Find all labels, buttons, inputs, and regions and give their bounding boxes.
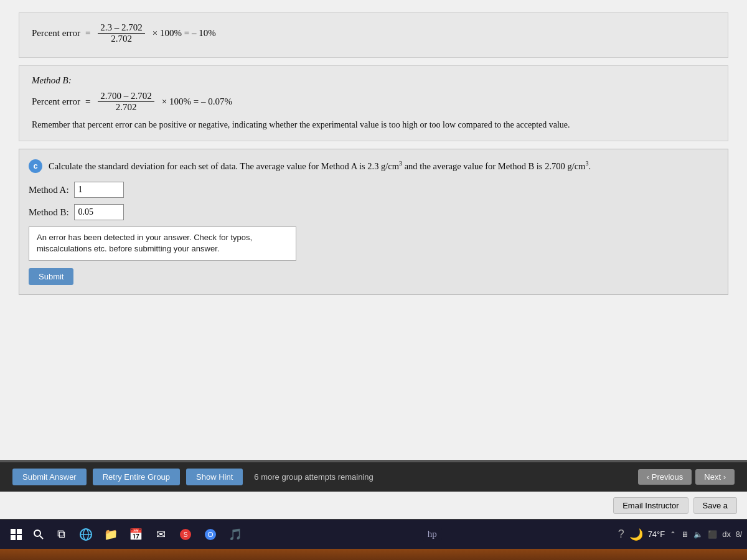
next-button[interactable]: Next › — [695, 469, 735, 485]
part-c-question: Calculate the standard deviation for eac… — [49, 159, 591, 174]
chrome-icon[interactable] — [199, 523, 222, 546]
method-b-label: Method B: — [32, 75, 715, 86]
save-button[interactable]: Save a — [693, 497, 737, 514]
part-c-header: c Calculate the standard deviation for e… — [29, 159, 715, 174]
taskbar-mute-icon[interactable]: dx — [722, 530, 731, 539]
email-instructor-button[interactable]: Email Instructor — [613, 497, 688, 514]
previous-button[interactable]: ‹ Previous — [638, 469, 692, 485]
method-a-result: × 100% = – 10% — [153, 28, 216, 39]
submit-answer-button[interactable]: Submit Answer — [12, 469, 87, 485]
method-a-section: Percent error = 2.3 – 2.702 2.702 × 100%… — [19, 12, 728, 58]
taskbar-network-icon[interactable]: 🖥 — [681, 530, 688, 539]
method-b-numerator: 2.700 – 2.702 — [98, 91, 154, 102]
taskbar-weather-icon: 🌙 — [629, 528, 643, 541]
method-a-input-label: Method A: — [29, 185, 69, 195]
taskbar-right: ? 🌙 74°F ⌃ 🖥 🔈 ⬛ dx 8/ — [618, 528, 742, 541]
taskbar-search-icon[interactable] — [30, 523, 47, 546]
file-explorer-icon[interactable]: 📁 — [100, 523, 122, 546]
percent-error-label-a: Percent error — [32, 28, 80, 39]
submit-button[interactable]: Submit — [29, 268, 73, 285]
svg-rect-3 — [17, 535, 22, 540]
method-b-input[interactable] — [74, 204, 124, 220]
task-view-icon[interactable]: ⧉ — [50, 523, 72, 546]
browser-icon[interactable] — [75, 523, 97, 546]
taskbar-question-icon[interactable]: ? — [618, 528, 624, 541]
taskbar-app2-icon[interactable]: 🎵 — [224, 523, 247, 546]
svg-rect-0 — [11, 529, 16, 534]
action-bar: Submit Answer Retry Entire Group Show Hi… — [0, 462, 747, 492]
taskbar-chevron-up-icon[interactable]: ⌃ — [670, 530, 676, 539]
mail-icon[interactable]: ✉ — [149, 523, 172, 546]
taskbar-time: 8/ — [736, 530, 742, 539]
part-c-block: c Calculate the standard deviation for e… — [19, 149, 728, 295]
start-button[interactable] — [5, 523, 27, 546]
hp-logo-area: hp — [249, 528, 616, 541]
calendar-icon[interactable]: 📅 — [125, 523, 147, 546]
equals-b: = — [85, 96, 90, 107]
bottom-wood-bar — [0, 549, 747, 560]
method-b-input-row: Method B: — [29, 204, 715, 220]
method-a-denominator: 2.702 — [108, 34, 134, 44]
part-c-circle: c — [29, 159, 42, 173]
taskbar-display-icon[interactable]: ⬛ — [708, 530, 717, 539]
svg-text:S: S — [184, 531, 188, 538]
method-a-input[interactable] — [74, 182, 124, 198]
percent-error-label-b: Percent error — [32, 96, 80, 107]
svg-point-13 — [209, 533, 212, 536]
method-b-fraction: 2.700 – 2.702 2.702 — [98, 91, 154, 113]
method-a-fraction: 2.3 – 2.702 2.702 — [98, 22, 145, 44]
taskbar: ⧉ 📁 📅 ✉ S 🎵 hp ? 🌙 74°F — [0, 519, 747, 549]
taskbar-app1-icon[interactable]: S — [174, 523, 197, 546]
retry-entire-group-button[interactable]: Retry Entire Group — [93, 469, 180, 485]
equals-a: = — [85, 28, 90, 39]
method-a-numerator: 2.3 – 2.702 — [98, 22, 145, 34]
svg-line-5 — [40, 536, 43, 539]
error-message-box: An error has been detected in your answe… — [29, 226, 296, 260]
method-b-denominator: 2.702 — [113, 102, 139, 113]
method-b-section: Method B: Percent error = 2.700 – 2.702 … — [19, 65, 728, 141]
navigation-buttons: ‹ Previous Next › — [638, 469, 735, 485]
svg-point-4 — [34, 530, 40, 536]
method-a-input-row: Method A: — [29, 182, 715, 198]
bottom-right-bar: Email Instructor Save a — [0, 492, 747, 519]
show-hint-button[interactable]: Show Hint — [186, 469, 243, 485]
svg-rect-2 — [11, 535, 16, 540]
method-a-percent-error-row: Percent error = 2.3 – 2.702 2.702 × 100%… — [32, 22, 715, 44]
method-b-input-label: Method B: — [29, 207, 69, 218]
remember-text: Remember that percent error can be posit… — [32, 119, 715, 131]
hp-logo: hp — [423, 528, 442, 541]
method-b-percent-error-row: Percent error = 2.700 – 2.702 2.702 × 10… — [32, 91, 715, 113]
svg-rect-1 — [17, 529, 22, 534]
attempts-remaining-text: 6 more group attempts remaining — [254, 472, 373, 482]
taskbar-sound-icon[interactable]: 🔈 — [693, 530, 703, 539]
method-b-result: × 100% = – 0.07% — [162, 96, 232, 107]
main-content: Percent error = 2.3 – 2.702 2.702 × 100%… — [0, 0, 747, 460]
temperature-display: 74°F — [648, 530, 665, 539]
